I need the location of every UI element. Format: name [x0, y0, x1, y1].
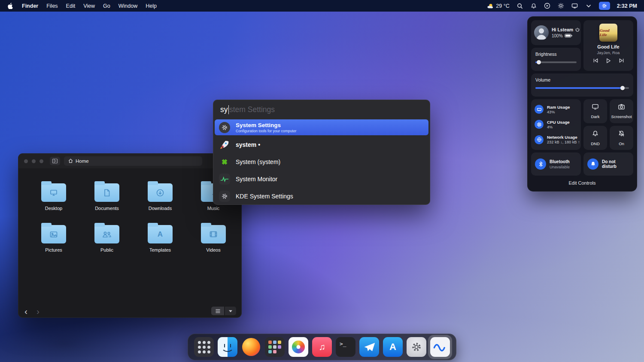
battery-percent: 100%: [552, 33, 563, 38]
dock-firefox[interactable]: [241, 337, 261, 357]
search-launcher: sy stem Settings System Settings Configu…: [213, 100, 430, 205]
battery-icon: [565, 33, 572, 39]
display-icon[interactable]: [571, 3, 578, 9]
firefox-icon: [242, 338, 260, 356]
search-query: sy: [220, 105, 228, 114]
folder-grid: Desktop Documents Downloads ♪ Music: [29, 181, 238, 252]
dock-paper-plane-app[interactable]: [359, 337, 379, 357]
brightness-knob[interactable]: [537, 60, 541, 64]
menu-item-finder[interactable]: Finder: [22, 3, 38, 9]
folder-videos[interactable]: Videos: [188, 223, 238, 252]
dock-finder[interactable]: [218, 337, 237, 357]
play-icon[interactable]: [605, 58, 611, 64]
download-glyph-icon: [156, 189, 164, 197]
media-artists: JayJen, Roa: [597, 50, 620, 55]
photos-flower-icon: [292, 341, 305, 353]
mini-apps-icon: [268, 341, 281, 353]
network-usage-row: Network Usage 232 kB ↓, 180 kB ↑: [535, 135, 577, 144]
album-art: Good Life: [599, 24, 617, 42]
menu-item-edit[interactable]: Edit: [66, 3, 76, 9]
dock-terminal[interactable]: [336, 337, 355, 357]
dark-mode-toggle[interactable]: Dark: [583, 99, 607, 123]
quick-toggles-grid: Dark Screenshot DND On: [583, 99, 633, 150]
activity-graph-icon: [219, 173, 230, 185]
menu-item-files[interactable]: Files: [46, 3, 58, 9]
user-card[interactable]: Hi Lsteam 100%: [531, 20, 581, 45]
maximize-window-button[interactable]: [39, 159, 43, 163]
system-stats-card: Ram Usage 43% CPU Usage 4% Network Usage…: [531, 99, 581, 150]
dock-app-store[interactable]: [383, 337, 403, 357]
folder-desktop[interactable]: Desktop: [29, 181, 79, 211]
menu-item-view[interactable]: View: [83, 3, 95, 9]
music-note-icon: [312, 337, 332, 357]
screenshot-toggle[interactable]: Screenshot: [610, 99, 633, 123]
system-settings-menubar-icon[interactable]: [599, 2, 610, 10]
ram-usage-row: Ram Usage 43%: [535, 105, 577, 114]
menu-item-window[interactable]: Window: [118, 3, 137, 9]
wave-icon: [430, 337, 450, 357]
clock[interactable]: 2:32 PM: [617, 3, 637, 9]
result-kde-system-settings[interactable]: KDE System Settings: [215, 188, 428, 205]
menu-item-help[interactable]: Help: [146, 3, 157, 9]
media-play-icon[interactable]: [544, 3, 551, 9]
media-title: Good Life: [597, 44, 619, 49]
brightness-card: Brightness: [531, 48, 581, 71]
paper-plane-icon: [359, 337, 379, 357]
result-system-monitor[interactable]: System Monitor: [215, 170, 428, 188]
notifications-on-toggle[interactable]: On: [610, 126, 633, 150]
bluetooth-tile[interactable]: Bluetooth Unavailable: [531, 152, 581, 176]
media-widget[interactable]: Good Life Good Life JayJen, Roa: [583, 20, 633, 71]
result-system[interactable]: system •: [215, 136, 428, 153]
folder-documents[interactable]: Documents: [82, 181, 132, 211]
search-results: System Settings Configuration tools for …: [213, 119, 430, 207]
do-not-disturb-tile[interactable]: Do not disturb: [583, 152, 633, 176]
user-avatar: [534, 25, 549, 40]
dock-music[interactable]: [312, 337, 332, 357]
weather-widget[interactable]: 29 °C: [487, 3, 509, 9]
apple-menu-icon[interactable]: [7, 3, 14, 9]
minimize-window-button[interactable]: [32, 159, 36, 163]
dnd-toggle[interactable]: DND: [583, 126, 607, 150]
toggle-sidebar-button[interactable]: [50, 157, 60, 165]
dock-wave-app[interactable]: [430, 337, 450, 357]
menu-item-go[interactable]: Go: [103, 3, 110, 9]
breadcrumb[interactable]: Home: [64, 156, 202, 166]
chevron-down-icon[interactable]: [585, 3, 592, 9]
app-store-icon: [383, 337, 403, 357]
edit-controls-button[interactable]: Edit Controls: [531, 178, 633, 188]
notifications-bell-icon[interactable]: [530, 3, 537, 9]
result-system-settings[interactable]: System Settings Configuration tools for …: [215, 119, 428, 135]
film-glyph-icon: [209, 231, 218, 238]
people-glyph-icon: [102, 231, 112, 238]
folder-templates[interactable]: A Templates: [135, 223, 185, 252]
folder-pictures[interactable]: Pictures: [29, 223, 79, 252]
dock-launchpad[interactable]: [194, 337, 214, 357]
gear-icon: [407, 337, 426, 357]
search-icon[interactable]: [516, 3, 523, 9]
next-track-icon[interactable]: [618, 58, 624, 64]
file-manager-titlebar[interactable]: Home: [18, 154, 241, 168]
template-glyph-icon: A: [158, 230, 163, 239]
back-button[interactable]: ‹: [24, 307, 27, 316]
volume-slider[interactable]: [535, 86, 629, 90]
folder-public[interactable]: Public: [82, 223, 132, 252]
brightness-sun-icon[interactable]: [558, 3, 565, 9]
dock: [188, 334, 456, 360]
result-system-system[interactable]: System (system): [215, 153, 428, 170]
close-window-button[interactable]: [24, 159, 28, 163]
dock-system-settings[interactable]: [407, 337, 426, 357]
list-view-button[interactable]: [211, 307, 224, 315]
folder-downloads[interactable]: Downloads: [135, 181, 185, 211]
dock-app-grid[interactable]: [265, 337, 285, 357]
power-icon[interactable]: [575, 27, 580, 32]
brightness-slider[interactable]: [535, 60, 577, 64]
volume-knob[interactable]: [620, 86, 625, 90]
terminal-prompt-icon: [336, 337, 355, 357]
view-options-dropdown[interactable]: [225, 307, 236, 315]
forward-button[interactable]: ›: [36, 307, 39, 316]
search-input[interactable]: sy stem Settings: [213, 100, 430, 119]
previous-track-icon[interactable]: [592, 58, 598, 64]
dock-photos[interactable]: [289, 337, 308, 357]
bell-slash-icon: [618, 130, 625, 139]
bluetooth-icon: [535, 158, 546, 170]
